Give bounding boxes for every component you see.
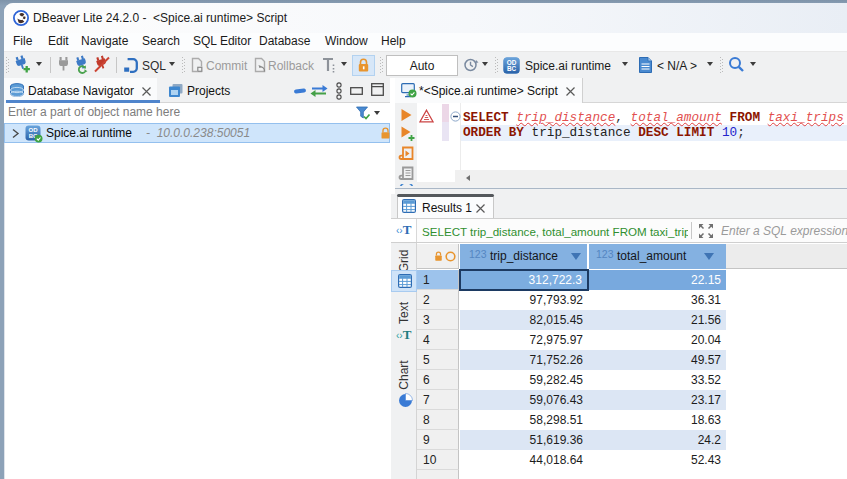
svg-text:BC: BC — [507, 65, 517, 72]
svg-text:OD: OD — [29, 127, 39, 133]
